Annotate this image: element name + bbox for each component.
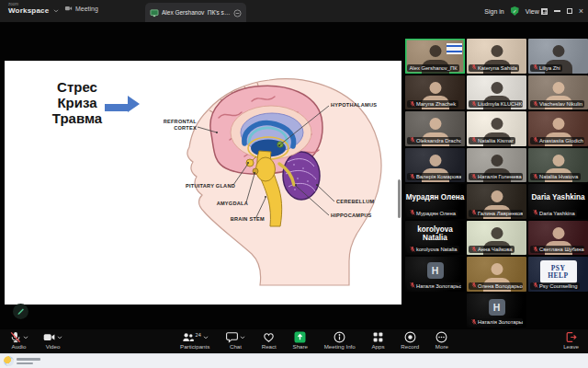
muted-mic-icon — [471, 210, 477, 217]
annotate-button[interactable] — [13, 304, 28, 319]
view-button[interactable]: View — [526, 8, 548, 15]
participant-tile[interactable]: Oleksandra Drachova — [405, 111, 465, 146]
chevron-down-icon[interactable] — [57, 336, 62, 339]
participant-avatar: H — [427, 262, 444, 279]
participant-tile[interactable]: HНаталя Золотарьова — [405, 257, 465, 292]
toolbar-more-button[interactable]: More — [435, 331, 448, 350]
blue-arrow-head — [128, 96, 140, 112]
meeting-toolbar: AudioVideo 24ParticipantsChatReactShareM… — [0, 329, 588, 353]
pons — [256, 157, 276, 181]
participants-label: Participants — [180, 343, 209, 350]
pencil-icon — [17, 307, 25, 316]
leave-label: Leave — [563, 343, 579, 350]
close-button[interactable]: × — [579, 7, 583, 16]
participant-tile[interactable]: Kateryna Sahida — [467, 39, 526, 74]
meeting-info-label: Meeting Info — [324, 343, 356, 350]
muted-mic-icon — [471, 282, 477, 290]
participant-tile[interactable]: Alex Gershanov_ПК — [405, 39, 465, 74]
shared-screen-slide: Стрес Криза Травма — [5, 61, 401, 305]
participant-tile[interactable]: Liliya Zhi — [528, 39, 588, 74]
toolbar-apps-button[interactable]: Apps — [371, 331, 384, 350]
participant-tile[interactable]: Nataliia Kismar — [467, 111, 526, 146]
weather-widget[interactable] — [4, 356, 40, 366]
security-shield-icon[interactable]: ✓ — [511, 6, 519, 16]
muted-mic-icon — [533, 246, 538, 253]
participant-tile[interactable]: HНаталія Золотарьова — [467, 293, 526, 328]
participant-name-label: Liudmyla KLUCHKO — [478, 101, 523, 107]
maximize-button[interactable] — [567, 8, 572, 14]
slide-title-text: Стрес Криза Травма — [28, 79, 126, 126]
participant-video-head — [491, 227, 503, 239]
muted-mic-icon — [471, 64, 477, 72]
tab-shared-screen[interactable]: Alex Gershanov_ПК's screen — [145, 3, 246, 22]
participant-name-pill: Liudmyla KLUCHKO — [469, 100, 523, 108]
slide-line-1: Стрес — [28, 79, 126, 95]
label-brain-stem: BRAIN STEM — [231, 216, 265, 222]
label-cerebellum: CEREBELLUM — [336, 199, 374, 204]
chat-label: Chat — [230, 343, 242, 350]
participants-icon-row: 24 — [182, 331, 209, 343]
leave-icon — [565, 331, 577, 344]
toolbar-audio-button[interactable]: Audio — [9, 331, 28, 350]
chevron-down-icon[interactable] — [203, 336, 209, 339]
participant-tile[interactable]: Валерія Комарова — [405, 148, 465, 183]
participant-tile[interactable]: Daria YashkinaDaria Yashkina — [528, 184, 588, 219]
apps-icon — [372, 331, 384, 344]
participant-tile[interactable]: Maryna Zhachek — [405, 75, 465, 110]
participant-tile[interactable]: PSYHELPPsy Counselling — [528, 257, 588, 292]
share-icon — [294, 331, 306, 344]
participant-name-label: Олена Володарьова — [478, 283, 523, 289]
video-icon — [43, 331, 55, 344]
participant-tile[interactable]: Мурадян ОленаМурадян Олена — [405, 184, 465, 219]
participant-name-pill: Oleksandra Drachova — [407, 137, 461, 144]
muted-mic-icon — [410, 137, 415, 144]
participant-tile[interactable]: Наталія Голенева — [467, 148, 526, 183]
muted-mic-icon — [533, 173, 538, 180]
participant-tile[interactable]: Олена Володарьова — [467, 257, 526, 292]
participant-video-head — [552, 227, 564, 239]
leave-button[interactable]: Leave — [563, 331, 579, 350]
participant-name-label: Мурадян Олена — [416, 211, 456, 216]
sign-in-button[interactable]: Sign in — [484, 8, 503, 15]
tab-meeting-label: Meeting — [75, 6, 98, 12]
video-icon-row — [43, 331, 62, 343]
participant-tile[interactable]: Анна Чайкова — [467, 221, 526, 256]
toolbar-chat-button[interactable]: Chat — [226, 331, 245, 350]
label-prefrontal-cortex-1: PREFRONTAL — [164, 119, 197, 124]
participant-tile[interactable]: Светлана Шубина — [528, 221, 588, 256]
participant-name-pill: Viacheslav Nikulin — [530, 100, 584, 108]
participant-tile[interactable]: Viacheslav Nikulin — [528, 75, 588, 110]
chevron-down-icon[interactable] — [240, 336, 245, 339]
react-icon-row — [263, 331, 275, 343]
toolbar-participants-button[interactable]: 24Participants — [180, 331, 209, 350]
workspace-chevron-down-icon[interactable] — [53, 9, 59, 13]
toolbar-meeting-info-button[interactable]: Meeting Info — [324, 331, 356, 350]
toolbar-video-button[interactable]: Video — [43, 331, 62, 350]
muted-mic-icon — [410, 173, 415, 180]
toolbar-share-button[interactable]: Share — [293, 331, 309, 350]
israel-flag-backdrop — [447, 43, 462, 54]
record-icon-row — [404, 331, 416, 343]
tab-meeting[interactable]: Meeting — [64, 5, 98, 13]
minimize-button[interactable] — [554, 10, 560, 11]
chevron-down-icon[interactable] — [23, 336, 28, 339]
share-label: Share — [293, 343, 309, 350]
participant-display-name: korolyova Natalia — [405, 221, 465, 248]
slide-line-3: Травма — [28, 110, 126, 126]
participant-name-pill: Наталія Золотарьова — [469, 318, 523, 326]
participant-name-pill: Анна Чайкова — [469, 246, 514, 253]
participant-tile[interactable]: Nataliia Hvatova — [528, 148, 588, 183]
tab-options-icon[interactable] — [233, 5, 242, 21]
slide-scrollbar[interactable] — [398, 179, 401, 218]
participant-tile[interactable]: Галина Лавренкова — [467, 184, 526, 219]
participant-tile[interactable]: Liudmyla KLUCHKO — [467, 75, 526, 110]
participant-name-label: Oleksandra Drachova — [416, 138, 461, 144]
brain-diagram: PREFRONTAL CORTEX HYPOTHALAMUS PITUITARY… — [164, 77, 386, 298]
participant-tile[interactable]: Anastasiia Glodich — [528, 111, 588, 146]
participant-name-label: Nataliia Hvatova — [539, 174, 578, 179]
share-icon-row — [294, 331, 306, 343]
participant-tile[interactable]: korolyova Nataliakorolyova Natalia — [405, 221, 465, 256]
toolbar-react-button[interactable]: React — [262, 331, 277, 350]
participant-count-badge: 24 — [196, 332, 201, 338]
toolbar-record-button[interactable]: Record — [401, 331, 419, 350]
